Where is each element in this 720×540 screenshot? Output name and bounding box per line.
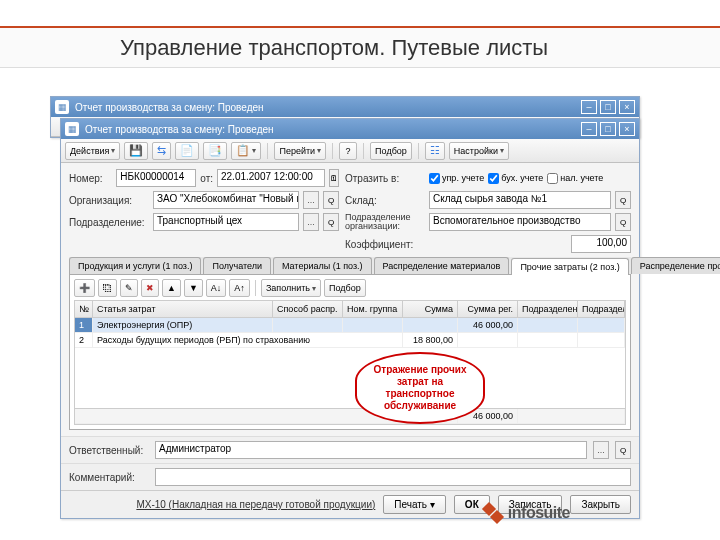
col-n: № xyxy=(75,301,93,317)
row-edit-icon[interactable]: ✎ xyxy=(120,279,138,297)
col-way: Способ распр. xyxy=(273,301,343,317)
org-pick-icon[interactable]: … xyxy=(303,191,319,209)
tab-content: ➕ ⿻ ✎ ✖ ▲ ▼ A↓ A↑ Заполнить Подбор № Ста… xyxy=(69,275,631,430)
main-toolbar: Действия 💾 ⇆ 📄 📑 📋 Перейти ? Подбор ☷ На… xyxy=(61,139,639,163)
goto-menu[interactable]: Перейти xyxy=(274,142,326,160)
orgdept-open-icon[interactable]: Q xyxy=(615,213,631,231)
date-field[interactable]: 22.01.2007 12:00:00 xyxy=(217,169,325,187)
col-sumr: Сумма рег. xyxy=(458,301,518,317)
resp-field[interactable]: Администратор xyxy=(155,441,587,459)
titlebar-1: ▦ Отчет производства за смену: Проведен … xyxy=(51,97,639,117)
pick-btn[interactable]: Подбор xyxy=(370,142,412,160)
dept-pick-icon[interactable]: … xyxy=(303,213,319,231)
tabs: Продукция и услуги (1 поз.) Получатели М… xyxy=(69,257,631,275)
window-title-1: Отчет производства за смену: Проведен xyxy=(75,102,264,113)
grid-toolbar: ➕ ⿻ ✎ ✖ ▲ ▼ A↓ A↑ Заполнить Подбор xyxy=(74,279,626,297)
tb-doc-icon[interactable]: 📄 xyxy=(175,142,199,160)
tab-recipients[interactable]: Получатели xyxy=(203,257,271,274)
doc-icon: ▦ xyxy=(55,100,69,114)
tb-base-icon[interactable]: 📋 xyxy=(231,142,261,160)
tb-save-icon[interactable]: 💾 xyxy=(124,142,148,160)
store-label: Склад: xyxy=(345,195,425,206)
costs-grid[interactable]: № Статья затрат Способ распр. Ном. групп… xyxy=(74,300,626,425)
org-field[interactable]: ЗАО "Хлебокомбинат "Новый век" xyxy=(153,191,299,209)
fill-menu[interactable]: Заполнить xyxy=(261,279,321,297)
close-button[interactable]: Закрыть xyxy=(570,495,631,514)
logo-text: infosuite xyxy=(508,504,570,522)
org-open-icon[interactable]: Q xyxy=(323,191,339,209)
form-body: Номер: НБК00000014 от: 22.01.2007 12:00:… xyxy=(61,163,639,436)
tab-materials[interactable]: Материалы (1 поз.) xyxy=(273,257,372,274)
tb-copy-icon[interactable]: 📑 xyxy=(203,142,227,160)
resp-pick-icon[interactable]: … xyxy=(593,441,609,459)
chk-mgmt[interactable]: упр. учете xyxy=(429,173,484,184)
callout: Отражение прочих затрат на транспортное … xyxy=(355,352,485,424)
row-copy-icon[interactable]: ⿻ xyxy=(98,279,117,297)
window-title-2: Отчет производства за смену: Проведен xyxy=(85,124,274,135)
chk-acc[interactable]: бух. учете xyxy=(488,173,543,184)
logo-icon xyxy=(484,504,502,522)
row-sort-desc-icon[interactable]: A↑ xyxy=(229,279,250,297)
row-up-icon[interactable]: ▲ xyxy=(162,279,181,297)
foreground-window: ▦ Отчет производства за смену: Проведен … xyxy=(60,118,640,519)
help-icon[interactable]: ? xyxy=(339,142,357,160)
dept-label: Подразделение: xyxy=(69,217,149,228)
tab-matdist[interactable]: Распределение материалов xyxy=(374,257,510,274)
titlebar-2: ▦ Отчет производства за смену: Проведен … xyxy=(61,119,639,139)
table-row[interactable]: 2 Расходы будущих периодов (РБП) по стра… xyxy=(75,333,625,348)
comment-label: Комментарий: xyxy=(69,472,149,483)
pick-btn-2[interactable]: Подбор xyxy=(324,279,366,297)
col-orgdept: Подразделен... xyxy=(578,301,625,317)
slide-title: Управление транспортом. Путевые листы xyxy=(120,35,548,61)
reflect-label: Отразить в: xyxy=(345,173,425,184)
comment-row: Комментарий: xyxy=(61,463,639,490)
grid-header: № Статья затрат Способ распр. Ном. групп… xyxy=(75,301,625,318)
doc-icon-2: ▦ xyxy=(65,122,79,136)
row-add-icon[interactable]: ➕ xyxy=(74,279,95,297)
calendar-icon[interactable]: 🗓 xyxy=(329,169,339,187)
grid-empty: Отражение прочих затрат на транспортное … xyxy=(75,348,625,408)
number-field[interactable]: НБК00000014 xyxy=(116,169,196,187)
row-sort-asc-icon[interactable]: A↓ xyxy=(206,279,227,297)
print-button[interactable]: Печать ▾ xyxy=(383,495,446,514)
resp-label: Ответственный: xyxy=(69,445,149,456)
org-label: Организация: xyxy=(69,195,149,206)
dept-field[interactable]: Транспортный цех xyxy=(153,213,299,231)
tab-products[interactable]: Продукция и услуги (1 поз.) xyxy=(69,257,201,274)
store-field[interactable]: Склад сырья завода №1 xyxy=(429,191,611,209)
resp-row: Ответственный: Администратор … Q xyxy=(61,436,639,463)
min-btn-1[interactable]: – xyxy=(581,100,597,114)
close-btn-2[interactable]: × xyxy=(619,122,635,136)
number-label: Номер: xyxy=(69,173,112,184)
comment-field[interactable] xyxy=(155,468,631,486)
orgdept-field[interactable]: Вспомогательное производство xyxy=(429,213,611,231)
tb-post-icon[interactable]: ⇆ xyxy=(152,142,171,160)
orgdept-label: Подразделение организации: xyxy=(345,213,425,231)
max-btn-2[interactable]: □ xyxy=(600,122,616,136)
logo: infosuite xyxy=(484,504,570,522)
min-btn-2[interactable]: – xyxy=(581,122,597,136)
actions-menu[interactable]: Действия xyxy=(65,142,120,160)
slide-title-bar: Управление транспортом. Путевые листы xyxy=(0,26,720,68)
coeff-label: Коэффициент: xyxy=(345,239,425,250)
max-btn-1[interactable]: □ xyxy=(600,100,616,114)
dept-open-icon[interactable]: Q xyxy=(323,213,339,231)
mx-link[interactable]: МХ-10 (Накладная на передачу готовой про… xyxy=(136,499,375,510)
tab-other-dist[interactable]: Распределение прочих зат... xyxy=(631,257,720,274)
store-open-icon[interactable]: Q xyxy=(615,191,631,209)
col-nomgrp: Ном. группа xyxy=(343,301,403,317)
col-dept: Подразделение xyxy=(518,301,578,317)
coeff-field[interactable]: 100,00 xyxy=(571,235,631,253)
col-sum: Сумма xyxy=(403,301,458,317)
date-label: от: xyxy=(200,173,213,184)
row-del-icon[interactable]: ✖ xyxy=(141,279,159,297)
settings-menu[interactable]: Настройки xyxy=(449,142,509,160)
grid-footer: 10 000,00 46 000,00 xyxy=(75,408,625,424)
tab-other-costs[interactable]: Прочие затраты (2 поз.) xyxy=(511,258,628,275)
tb-extra-icon[interactable]: ☷ xyxy=(425,142,445,160)
close-btn-1[interactable]: × xyxy=(619,100,635,114)
resp-open-icon[interactable]: Q xyxy=(615,441,631,459)
row-down-icon[interactable]: ▼ xyxy=(184,279,203,297)
table-row[interactable]: 1 Электроэнергия (ОПР) 46 000,00 xyxy=(75,318,625,333)
chk-tax[interactable]: нал. учете xyxy=(547,173,603,184)
